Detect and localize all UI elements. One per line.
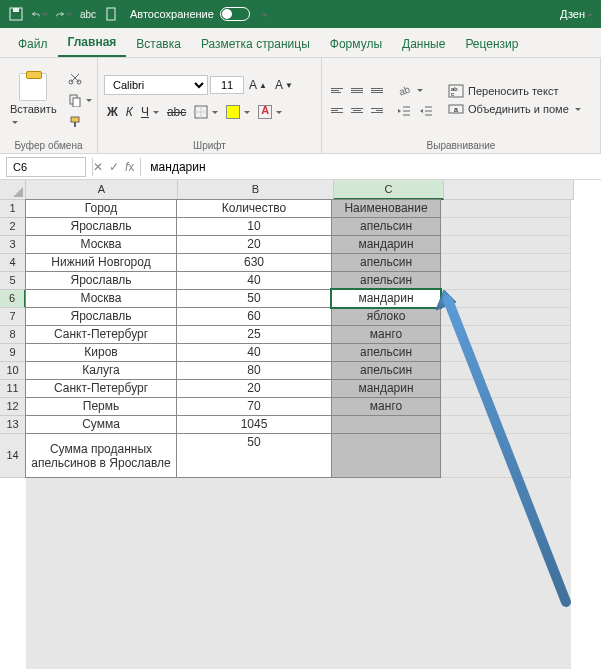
row-header[interactable]: 13 (0, 416, 26, 434)
decrease-indent-icon[interactable] (394, 103, 414, 119)
cell[interactable] (331, 415, 441, 434)
cell[interactable]: 630 (176, 253, 332, 272)
cell[interactable] (441, 272, 571, 290)
cancel-icon[interactable]: ✕ (93, 160, 103, 174)
autosave-toggle[interactable]: Автосохранение (130, 7, 250, 21)
cell[interactable]: 50 (176, 433, 332, 478)
row-header[interactable]: 12 (0, 398, 26, 416)
fill-color-icon[interactable] (223, 103, 253, 121)
cell[interactable]: Ярославль (25, 307, 177, 326)
tab-formulas[interactable]: Формулы (320, 31, 392, 57)
row-header[interactable]: 1 (0, 200, 26, 218)
toggle-off-icon[interactable] (220, 7, 250, 21)
cell[interactable]: мандарин (331, 379, 441, 398)
increase-font-icon[interactable]: A▲ (246, 76, 270, 94)
decrease-font-icon[interactable]: A▼ (272, 76, 296, 94)
cell[interactable]: мандарин (331, 235, 441, 254)
cell[interactable]: 20 (176, 379, 332, 398)
cell[interactable] (441, 380, 571, 398)
row-header[interactable]: 14 (0, 434, 26, 478)
enter-icon[interactable]: ✓ (109, 160, 119, 174)
cell[interactable] (441, 254, 571, 272)
tab-review[interactable]: Рецензир (455, 31, 528, 57)
name-box[interactable] (6, 157, 86, 177)
cell[interactable]: яблоко (331, 307, 441, 326)
cell[interactable]: Москва (25, 289, 177, 308)
cell[interactable]: 70 (176, 397, 332, 416)
row-header[interactable]: 11 (0, 380, 26, 398)
cell[interactable]: Ярославль (25, 217, 177, 236)
cell[interactable]: Калуга (25, 361, 177, 380)
italic-button[interactable]: К (123, 103, 136, 121)
increase-indent-icon[interactable] (416, 103, 436, 119)
cell[interactable]: манго (331, 397, 441, 416)
cell[interactable]: 50 (176, 289, 332, 308)
tab-layout[interactable]: Разметка страницы (191, 31, 320, 57)
cell[interactable]: апельсин (331, 253, 441, 272)
col-header-b[interactable]: B (178, 180, 334, 200)
cell[interactable] (441, 308, 571, 326)
cell[interactable]: 1045 (176, 415, 332, 434)
cell[interactable] (441, 362, 571, 380)
cell[interactable]: Город (25, 199, 177, 218)
align-right-icon[interactable] (368, 101, 386, 119)
cell[interactable]: Сумма (25, 415, 177, 434)
cell[interactable] (441, 200, 571, 218)
save-icon[interactable] (8, 6, 24, 22)
cell[interactable]: апельсин (331, 217, 441, 236)
cell[interactable]: Санкт-Петербург (25, 325, 177, 344)
orientation-icon[interactable]: ab (394, 81, 436, 99)
row-header[interactable]: 9 (0, 344, 26, 362)
paste-button[interactable]: Вставить (6, 71, 61, 129)
cell[interactable]: Киров (25, 343, 177, 362)
tab-data[interactable]: Данные (392, 31, 455, 57)
cell[interactable]: Ярославль (25, 271, 177, 290)
col-header-c[interactable]: C (334, 180, 444, 200)
format-painter-icon[interactable] (65, 113, 95, 131)
spellcheck-icon[interactable]: abc (80, 6, 96, 22)
cell[interactable] (331, 433, 441, 478)
font-size-input[interactable] (210, 76, 244, 94)
cell[interactable]: апельсин (331, 271, 441, 290)
cell[interactable]: Пермь (25, 397, 177, 416)
tab-insert[interactable]: Вставка (126, 31, 191, 57)
cell[interactable]: 60 (176, 307, 332, 326)
strikethrough-button[interactable]: abc (164, 103, 189, 121)
align-top-icon[interactable] (328, 81, 346, 99)
row-header[interactable]: 3 (0, 236, 26, 254)
cell[interactable]: манго (331, 325, 441, 344)
col-header-a[interactable]: A (26, 180, 178, 200)
cell[interactable]: Москва (25, 235, 177, 254)
cell[interactable] (441, 416, 571, 434)
cell[interactable]: Сумма проданных апельсинов в Ярославле (25, 433, 177, 478)
cell[interactable]: Наименование (331, 199, 441, 218)
underline-button[interactable]: Ч (138, 103, 162, 121)
cell[interactable]: Нижний Новгород (25, 253, 177, 272)
cell[interactable]: апельсин (331, 361, 441, 380)
select-all-corner[interactable] (0, 180, 26, 200)
cell[interactable] (441, 398, 571, 416)
font-color-icon[interactable] (255, 103, 285, 121)
row-header[interactable]: 10 (0, 362, 26, 380)
font-name-select[interactable]: Calibri (104, 75, 208, 95)
cell[interactable]: 10 (176, 217, 332, 236)
row-header[interactable]: 4 (0, 254, 26, 272)
align-bottom-icon[interactable] (368, 81, 386, 99)
borders-icon[interactable] (191, 103, 221, 121)
cell[interactable] (441, 326, 571, 344)
formula-input[interactable] (147, 157, 601, 177)
cell[interactable] (441, 434, 571, 478)
merge-cells-button[interactable]: aОбъединить и поме (448, 102, 581, 116)
cell[interactable]: апельсин (331, 343, 441, 362)
undo-icon[interactable] (32, 6, 48, 22)
cell[interactable]: 40 (176, 271, 332, 290)
row-header[interactable]: 2 (0, 218, 26, 236)
redo-icon[interactable] (56, 6, 72, 22)
cell[interactable] (441, 236, 571, 254)
cut-icon[interactable] (65, 69, 95, 87)
wrap-text-button[interactable]: abcПереносить текст (448, 84, 581, 98)
tab-home[interactable]: Главная (58, 29, 127, 57)
row-header[interactable]: 8 (0, 326, 26, 344)
cell[interactable]: Количество (176, 199, 332, 218)
row-header[interactable]: 7 (0, 308, 26, 326)
